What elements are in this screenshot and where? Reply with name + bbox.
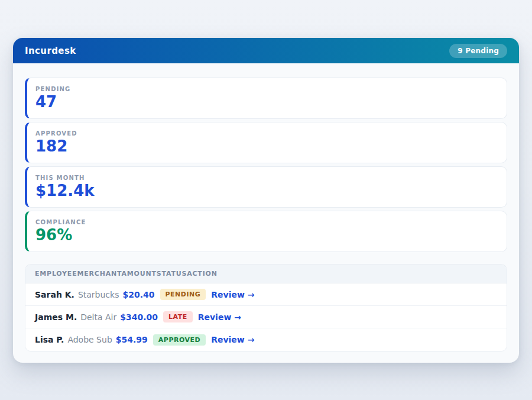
column-header-action: ACTION: [187, 270, 218, 278]
status-badge: APPROVED: [153, 334, 206, 346]
stat-card-pending: PENDING 47: [25, 78, 507, 119]
stat-value-compliance: 96%: [35, 227, 497, 244]
column-header-status: STATUS: [157, 270, 187, 278]
stat-value-approved: 182: [35, 138, 497, 155]
incurdesk-app-window: Incurdesk 9 Pending PENDING 47 APPROVED …: [13, 38, 519, 363]
employee-name: James M.: [35, 312, 77, 322]
review-link[interactable]: Review →: [211, 335, 254, 344]
stat-card-compliance: COMPLIANCE 96%: [25, 211, 507, 252]
table-header-row: EMPLOYEEMERCHANTAMOUNTSTATUSACTION: [25, 264, 507, 283]
merchant-name: Delta Air: [80, 312, 116, 322]
expense-amount: $20.40: [122, 290, 154, 299]
column-header-merchant: MERCHANT: [77, 270, 122, 278]
expense-amount: $54.99: [116, 335, 148, 344]
merchant-name: Adobe Sub: [67, 335, 112, 344]
stat-card-this-month: THIS MONTH $12.4k: [25, 166, 507, 208]
pending-count-badge[interactable]: 9 Pending: [449, 44, 507, 58]
review-link[interactable]: Review →: [198, 312, 241, 322]
table-row: Lisa P. Adobe Sub $54.99 APPROVED Review…: [25, 328, 507, 351]
app-title: Incurdesk: [25, 46, 76, 56]
main-content: PENDING 47 APPROVED 182 THIS MONTH $12.4…: [13, 63, 519, 363]
table-row: Sarah K. Starbucks $20.40 PENDING Review…: [25, 283, 507, 306]
stat-value-this-month: $12.4k: [35, 182, 497, 199]
stat-card-approved: APPROVED 182: [25, 122, 507, 163]
merchant-name: Starbucks: [78, 290, 119, 299]
stat-label-compliance: COMPLIANCE: [35, 219, 497, 225]
stat-value-pending: 47: [35, 93, 497, 111]
employee-name: Sarah K.: [35, 290, 74, 299]
employee-name: Lisa P.: [35, 335, 64, 344]
status-badge: LATE: [163, 311, 193, 322]
column-header-amount: AMOUNT: [121, 270, 156, 278]
status-badge: PENDING: [160, 289, 206, 300]
stat-label-pending: PENDING: [35, 86, 497, 92]
stat-label-this-month: THIS MONTH: [35, 175, 497, 181]
table-row: James M. Delta Air $340.00 LATE Review →: [25, 306, 507, 328]
expense-amount: $340.00: [120, 312, 158, 322]
review-link[interactable]: Review →: [211, 290, 254, 299]
stat-label-approved: APPROVED: [35, 130, 497, 137]
column-header-employee: EMPLOYEE: [35, 270, 77, 278]
app-header: Incurdesk 9 Pending: [13, 38, 519, 63]
expenses-table: EMPLOYEEMERCHANTAMOUNTSTATUSACTION Sarah…: [25, 264, 507, 351]
